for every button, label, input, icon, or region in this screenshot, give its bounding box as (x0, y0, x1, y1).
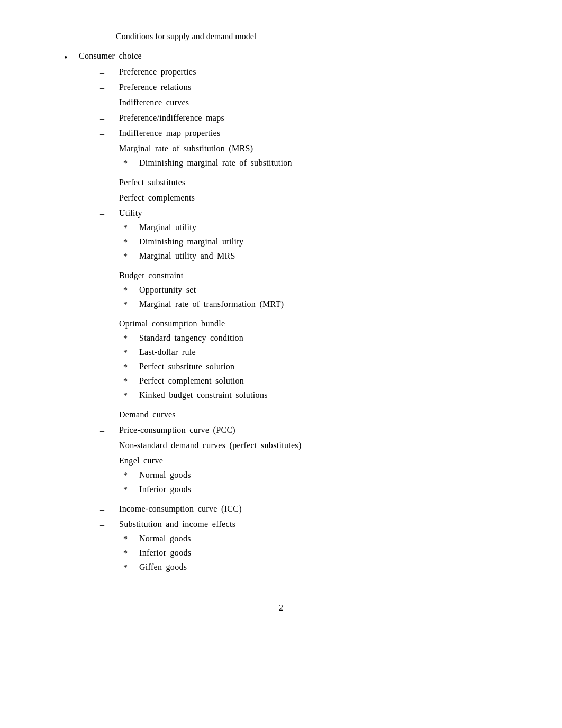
sub-item-text: Income-consumption curve (ICC) (119, 504, 242, 514)
dash-icon: – (100, 505, 115, 514)
bullet-icon: • (64, 52, 75, 63)
sub-item-text: Perfect complements (119, 193, 195, 203)
top-dash-item: – Conditions for supply and demand model (64, 32, 498, 42)
sub-sub-item-marginal-utility: * Marginal utility (123, 223, 243, 233)
sub-item-text: Substitution and income effects (119, 520, 235, 529)
sub-item-substitution-income: – Substitution and income effects * Norm… (100, 520, 498, 577)
sub-item-utility: – Utility * Marginal utility * Diminishi… (100, 208, 498, 266)
dash-icon: – (100, 129, 115, 139)
sub-item-text: Budget constraint (119, 271, 183, 280)
star-icon: * (123, 391, 135, 401)
sub-sub-item-text: Marginal utility (139, 223, 196, 232)
sub-item-pcc: – Price-consumption curve (PCC) (100, 425, 498, 435)
sub-sub-item-text: Marginal rate of transformation (MRT) (139, 299, 284, 309)
sub-sub-item-text: Diminishing marginal utility (139, 237, 243, 247)
dash-icon: – (100, 271, 115, 281)
star-icon: * (123, 238, 135, 247)
sub-item-text: Preference relations (119, 83, 191, 92)
sub-sub-item-text: Giffen goods (139, 562, 187, 572)
page-content: – Conditions for supply and demand model… (64, 32, 498, 613)
star-icon: * (123, 471, 135, 480)
star-icon: * (123, 485, 135, 495)
star-icon: * (123, 223, 135, 233)
sub-sub-item-perfect-substitute-solution: * Perfect substitute solution (123, 362, 268, 372)
sub-sub-items-engel: * Normal goods * Inferior goods (100, 470, 191, 499)
sub-item-indifference-map-properties: – Indifference map properties (100, 129, 498, 139)
sub-sub-item-last-dollar: * Last-dollar rule (123, 348, 268, 358)
sub-sub-item-normal-goods-engel: * Normal goods (123, 470, 191, 480)
sub-item-text: Preference/indifference maps (119, 113, 224, 123)
sub-sub-item-text: Inferior goods (139, 548, 191, 558)
sub-sub-item-text: Normal goods (139, 470, 191, 480)
sub-item-text: Utility (119, 208, 142, 218)
sub-sub-item-perfect-complement-solution: * Perfect complement solution (123, 376, 268, 386)
dash-icon: – (100, 98, 115, 108)
sub-item-non-standard-demand: – Non-standard demand curves (perfect su… (100, 441, 498, 451)
sub-sub-item-opportunity-set: * Opportunity set (123, 285, 284, 295)
dash-icon: – (100, 457, 115, 466)
sub-item-text: Marginal rate of substitution (MRS) (119, 144, 253, 153)
sub-sub-item-text: Last-dollar rule (139, 348, 196, 357)
star-icon: * (123, 348, 135, 358)
sub-item-preference-indifference-maps: – Preference/indifference maps (100, 113, 498, 123)
sub-sub-item-diminishing-mrs: * Diminishing marginal rate of substitut… (123, 158, 292, 168)
sub-item-indifference-curves: – Indifference curves (100, 98, 498, 108)
sub-sub-item-text: Perfect substitute solution (139, 362, 234, 371)
sub-item-icc: – Income-consumption curve (ICC) (100, 504, 498, 514)
sub-sub-item-text: Diminishing marginal rate of substitutio… (139, 158, 292, 168)
sub-item-demand-curves: – Demand curves (100, 410, 498, 420)
top-item-text: Conditions for supply and demand model (116, 32, 256, 41)
dash-icon: – (100, 411, 115, 420)
dash-icon: – (100, 68, 115, 77)
sub-sub-item-text: Opportunity set (139, 285, 196, 295)
dash-icon: – (100, 320, 115, 329)
sub-items-list: – Preference properties – Preference rel… (79, 67, 498, 577)
dash-icon: – (100, 441, 115, 451)
sub-sub-item-text: Inferior goods (139, 485, 191, 494)
dash-icon: – (100, 194, 115, 203)
star-icon: * (123, 252, 135, 261)
sub-sub-item-text: Kinked budget constraint solutions (139, 390, 268, 400)
sub-item-text: Optimal consumption bundle (119, 319, 225, 329)
sub-sub-items-budget: * Opportunity set * Marginal rate of tra… (100, 285, 284, 314)
sub-item-text: Demand curves (119, 410, 176, 420)
sub-item-preference-relations: – Preference relations (100, 83, 498, 93)
sub-item-mrs: – Marginal rate of substitution (MRS) * … (100, 144, 498, 172)
sub-item-text: Non-standard demand curves (perfect subs… (119, 441, 302, 450)
star-icon: * (123, 159, 135, 168)
dash-icon: – (100, 114, 115, 123)
sub-sub-item-diminishing-marginal-utility: * Diminishing marginal utility (123, 237, 243, 247)
consumer-choice-title: Consumer choice (79, 51, 498, 61)
star-icon: * (123, 362, 135, 372)
sub-sub-item-text: Perfect complement solution (139, 376, 244, 386)
dash-icon: – (100, 144, 115, 154)
sub-sub-item-standard-tangency: * Standard tangency condition (123, 333, 268, 343)
sub-sub-item-marginal-utility-mrs: * Marginal utility and MRS (123, 251, 243, 261)
sub-sub-items-sub-income: * Normal goods * Inferior goods * Giffen… (100, 534, 191, 577)
consumer-choice-section: • Consumer choice – Preference propertie… (64, 51, 498, 582)
sub-sub-item-text: Marginal utility and MRS (139, 251, 235, 261)
star-icon: * (123, 334, 135, 343)
dash-icon: – (100, 209, 115, 219)
star-icon: * (123, 286, 135, 295)
sub-sub-item-kinked-budget: * Kinked budget constraint solutions (123, 390, 268, 401)
dash-icon: – (100, 520, 115, 530)
star-icon: * (123, 534, 135, 544)
sub-sub-item-text: Standard tangency condition (139, 333, 243, 343)
dash-icon: – (100, 83, 115, 93)
sub-sub-item-mrt: * Marginal rate of transformation (MRT) (123, 299, 284, 310)
sub-item-preference-properties: – Preference properties (100, 67, 498, 77)
dash-icon: – (96, 32, 112, 42)
sub-item-text: Indifference map properties (119, 129, 221, 138)
sub-item-text: Perfect substitutes (119, 178, 186, 187)
sub-sub-item-normal-goods-sub: * Normal goods (123, 534, 191, 544)
sub-sub-item-text: Normal goods (139, 534, 191, 543)
sub-item-perfect-substitutes: – Perfect substitutes (100, 178, 498, 188)
sub-sub-items-utility: * Marginal utility * Diminishing margina… (100, 223, 243, 266)
star-icon: * (123, 377, 135, 386)
sub-item-perfect-complements: – Perfect complements (100, 193, 498, 203)
star-icon: * (123, 300, 135, 310)
sub-sub-item-giffen-goods: * Giffen goods (123, 562, 191, 572)
sub-item-text: Indifference curves (119, 98, 189, 107)
sub-item-text: Price-consumption curve (PCC) (119, 425, 235, 435)
